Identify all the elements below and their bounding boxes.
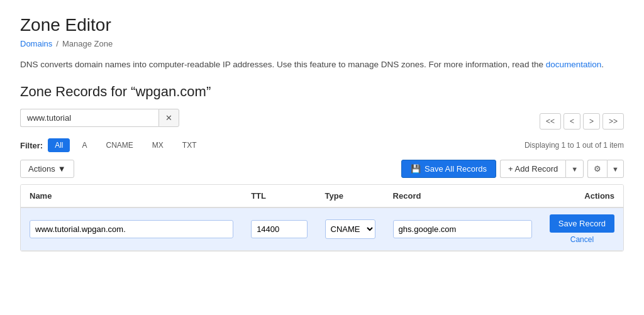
- records-table-wrapper: Name TTL Type Record Actions CNAME A: [20, 184, 624, 251]
- header-name: Name: [21, 185, 242, 207]
- record-input[interactable]: [393, 220, 532, 238]
- actions-dropdown-button[interactable]: Actions ▼: [20, 160, 74, 178]
- filter-a-button[interactable]: A: [75, 138, 94, 152]
- type-select[interactable]: CNAME A MX TXT AAAA: [325, 219, 375, 239]
- pagination-controls: << < > >>: [540, 113, 624, 130]
- save-icon: 💾: [411, 164, 421, 174]
- description-text: DNS converts domain names into computer-…: [20, 58, 624, 71]
- filter-label: Filter:: [20, 141, 43, 150]
- search-row: ✕ << < > >>: [20, 109, 624, 133]
- settings-button[interactable]: ⚙: [587, 160, 607, 178]
- cancel-link[interactable]: Cancel: [550, 235, 614, 244]
- last-page-button[interactable]: >>: [602, 113, 624, 130]
- clear-search-button[interactable]: ✕: [158, 109, 179, 127]
- prev-page-button[interactable]: <: [564, 113, 580, 130]
- save-all-records-button[interactable]: 💾 Save All Records: [401, 160, 496, 178]
- toolbar-right: 💾 Save All Records + Add Record ▼ ⚙ ▼: [401, 160, 624, 178]
- first-page-button[interactable]: <<: [540, 113, 561, 130]
- documentation-link[interactable]: documentation: [546, 60, 602, 69]
- add-record-group: + Add Record ▼: [500, 160, 584, 178]
- save-record-button[interactable]: Save Record: [550, 214, 614, 233]
- header-actions: Actions: [541, 185, 623, 207]
- row-type-cell: CNAME A MX TXT AAAA: [316, 207, 384, 251]
- description-body: DNS converts domain names into computer-…: [20, 60, 543, 69]
- zone-records-title: Zone Records for “wpgan.com”: [20, 84, 624, 100]
- header-type: Type: [316, 185, 384, 207]
- toolbar: Actions ▼ 💾 Save All Records + Add Recor…: [20, 160, 624, 184]
- search-bar: ✕: [20, 109, 179, 127]
- breadcrumb-current: Manage Zone: [62, 39, 113, 48]
- settings-dropdown-button[interactable]: ▼: [607, 160, 624, 178]
- breadcrumb-separator: /: [56, 39, 58, 48]
- save-all-label: Save All Records: [425, 164, 487, 174]
- pagination-info: Displaying 1 to 1 out of 1 item: [525, 141, 624, 150]
- ttl-input[interactable]: [251, 220, 307, 238]
- actions-label: Actions: [28, 164, 55, 174]
- table-header-row: Name TTL Type Record Actions: [21, 185, 623, 207]
- search-input[interactable]: [20, 109, 158, 127]
- header-record: Record: [384, 185, 541, 207]
- filter-txt-button[interactable]: TXT: [175, 138, 204, 152]
- page-title: Zone Editor: [20, 15, 624, 35]
- actions-caret-icon: ▼: [58, 164, 66, 174]
- settings-group: ⚙ ▼: [587, 160, 624, 178]
- breadcrumb: Domains / Manage Zone: [20, 39, 624, 48]
- filter-mx-button[interactable]: MX: [145, 138, 170, 152]
- row-name-cell: [21, 207, 242, 251]
- filter-cname-button[interactable]: CNAME: [99, 138, 140, 152]
- row-ttl-cell: [242, 207, 316, 251]
- table-row: CNAME A MX TXT AAAA Save Record Cancel: [21, 207, 623, 251]
- name-input[interactable]: [30, 220, 233, 238]
- add-record-dropdown-button[interactable]: ▼: [565, 160, 584, 178]
- header-ttl: TTL: [242, 185, 316, 207]
- filter-row: Filter: All A CNAME MX TXT Displaying 1 …: [20, 138, 624, 152]
- next-page-button[interactable]: >: [583, 113, 600, 130]
- add-record-button[interactable]: + Add Record: [500, 160, 565, 178]
- row-record-cell: [384, 207, 541, 251]
- records-table: Name TTL Type Record Actions CNAME A: [21, 185, 623, 251]
- filter-all-button[interactable]: All: [48, 138, 70, 152]
- breadcrumb-parent[interactable]: Domains: [20, 39, 52, 48]
- row-actions-cell: Save Record Cancel: [541, 207, 623, 251]
